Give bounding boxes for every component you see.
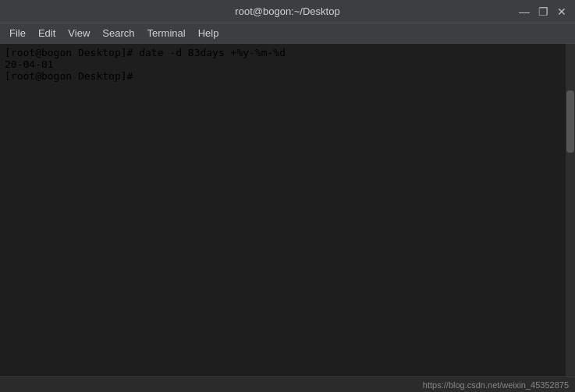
scrollbar-thumb[interactable] — [566, 90, 574, 153]
window-title: root@bogon:~/Desktop — [235, 5, 339, 17]
statusbar: https://blog.csdn.net/weixin_45352875 — [0, 376, 575, 392]
terminal-line-1: [root@bogon Desktop]# date -d 83days +%y… — [5, 47, 561, 58]
menu-search[interactable]: Search — [96, 26, 140, 41]
minimize-button[interactable]: — — [517, 5, 531, 19]
menu-view[interactable]: View — [62, 26, 96, 41]
menu-terminal[interactable]: Terminal — [141, 26, 192, 41]
menu-help[interactable]: Help — [192, 26, 225, 41]
status-link: https://blog.csdn.net/weixin_45352875 — [423, 380, 569, 390]
terminal-line-3: [root@bogon Desktop]# — [5, 70, 561, 82]
close-button[interactable]: ✕ — [555, 5, 569, 19]
maximize-button[interactable]: ❐ — [536, 5, 550, 19]
terminal[interactable]: [root@bogon Desktop]# date -d 83days +%y… — [0, 44, 566, 376]
menu-edit[interactable]: Edit — [32, 26, 62, 41]
terminal-line-2: 20-04-01 — [5, 58, 561, 70]
menubar: File Edit View Search Terminal Help — [0, 23, 575, 44]
scrollbar-track[interactable] — [566, 44, 575, 376]
terminal-wrapper: [root@bogon Desktop]# date -d 83days +%y… — [0, 44, 575, 376]
titlebar: root@bogon:~/Desktop — ❐ ✕ — [0, 0, 575, 23]
menu-file[interactable]: File — [3, 26, 32, 41]
window-controls: — ❐ ✕ — [517, 5, 569, 19]
